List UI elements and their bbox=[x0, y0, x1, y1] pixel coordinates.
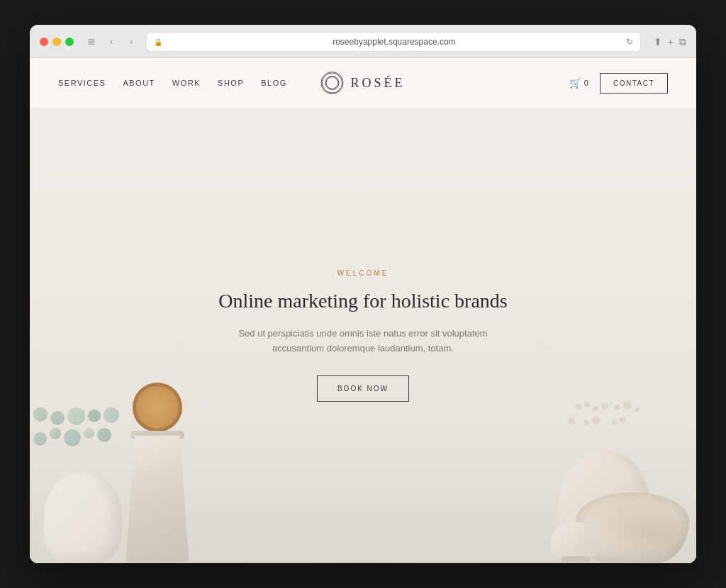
new-tab-icon[interactable]: + bbox=[668, 36, 674, 47]
maximize-button[interactable] bbox=[65, 38, 74, 46]
logo[interactable]: ROSÉE bbox=[320, 72, 405, 94]
dried-flower-head bbox=[133, 383, 182, 432]
minimize-button[interactable] bbox=[52, 38, 61, 46]
hero-content: WELCOME Online marketing for holistic br… bbox=[214, 269, 512, 402]
share-icon[interactable]: ⬆ bbox=[654, 36, 662, 47]
close-button[interactable] bbox=[40, 38, 48, 46]
lock-icon: 🔒 bbox=[154, 38, 162, 46]
svg-point-0 bbox=[322, 73, 342, 93]
vase-body-large bbox=[44, 471, 122, 563]
sidebar-toggle[interactable]: ⊞ bbox=[84, 34, 99, 50]
hero-section: WELCOME Online marketing for holistic br… bbox=[30, 108, 696, 563]
cart-button[interactable]: 🛒 0 bbox=[569, 77, 588, 89]
nav-right: 🛒 0 CONTACT bbox=[569, 73, 668, 94]
cart-count: 0 bbox=[584, 79, 588, 87]
back-button[interactable]: ‹ bbox=[104, 34, 119, 50]
book-now-button[interactable]: BOOK NOW bbox=[317, 375, 409, 402]
logo-text: ROSÉE bbox=[350, 76, 405, 91]
browser-controls: ⊞ ‹ › bbox=[84, 34, 139, 50]
nav-item-work[interactable]: WORK bbox=[172, 79, 201, 87]
address-bar[interactable]: 🔒 roseebyapplet.squarespace.com ↻ bbox=[146, 32, 641, 52]
vase-cone-body bbox=[125, 436, 189, 563]
vase-large bbox=[37, 422, 129, 563]
tabs-icon[interactable]: ⧉ bbox=[679, 36, 686, 48]
dried-flowers bbox=[129, 368, 186, 432]
website-content: SERVICES ABOUT WORK SHOP BLOG ROSÉE 🛒 bbox=[30, 58, 696, 563]
browser-window: ⊞ ‹ › 🔒 roseebyapplet.squarespace.com ↻ … bbox=[30, 25, 696, 563]
nav-left: SERVICES ABOUT WORK SHOP BLOG bbox=[58, 79, 287, 87]
wispy-flower-cluster bbox=[569, 400, 640, 457]
shelf-line bbox=[30, 562, 696, 563]
nav-item-about[interactable]: ABOUT bbox=[123, 79, 155, 87]
welcome-label: WELCOME bbox=[214, 269, 512, 277]
svg-point-1 bbox=[326, 77, 338, 89]
contact-button[interactable]: CONTACT bbox=[600, 73, 668, 94]
bowl-small-shape bbox=[551, 522, 601, 558]
reload-icon[interactable]: ↻ bbox=[626, 37, 633, 47]
nav-item-blog[interactable]: BLOG bbox=[261, 79, 287, 87]
bowl-small bbox=[547, 507, 604, 563]
vase-cone bbox=[122, 365, 193, 563]
browser-actions: ⬆ + ⧉ bbox=[654, 36, 686, 48]
logo-icon bbox=[320, 72, 343, 94]
url-text: roseebyapplet.squarespace.com bbox=[167, 37, 622, 47]
hero-subtitle: Sed ut perspiciatis unde omnis iste natu… bbox=[214, 327, 512, 356]
browser-chrome: ⊞ ‹ › 🔒 roseebyapplet.squarespace.com ↻ … bbox=[30, 25, 696, 58]
hydrangea-flowers bbox=[33, 407, 133, 478]
cart-icon: 🛒 bbox=[569, 77, 581, 89]
forward-button[interactable]: › bbox=[123, 34, 139, 50]
hero-title: Online marketing for holistic brands bbox=[214, 288, 512, 314]
vases-right bbox=[498, 280, 696, 563]
nav-item-services[interactable]: SERVICES bbox=[58, 79, 106, 87]
traffic-lights bbox=[40, 38, 74, 46]
nav-item-shop[interactable]: SHOP bbox=[218, 79, 244, 87]
navigation: SERVICES ABOUT WORK SHOP BLOG ROSÉE 🛒 bbox=[30, 58, 696, 108]
